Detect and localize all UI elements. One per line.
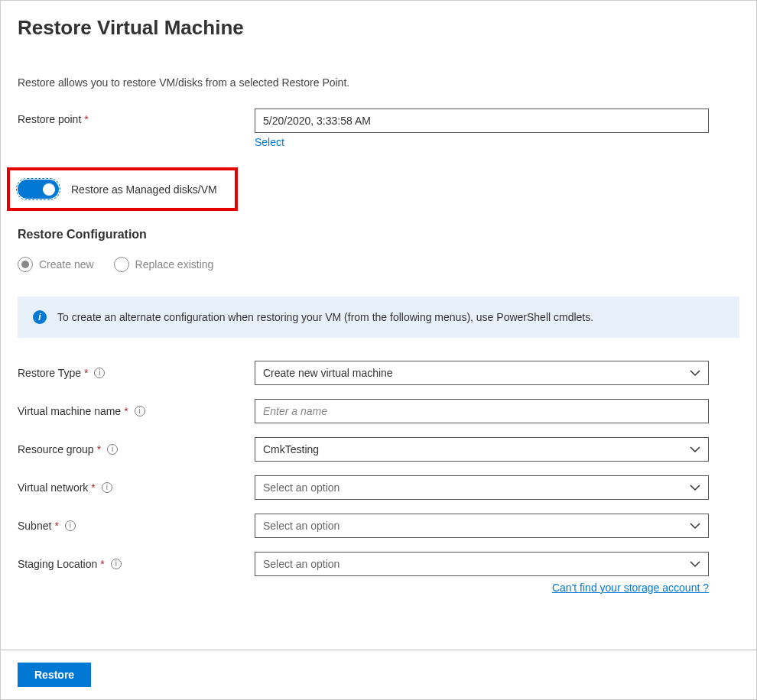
vm-name-input[interactable] bbox=[255, 399, 709, 423]
radio-replace-existing-label: Replace existing bbox=[135, 258, 214, 271]
chevron-down-icon bbox=[690, 482, 700, 493]
vm-name-label: Virtual machine name* i bbox=[18, 405, 255, 417]
page-description: Restore allows you to restore VM/disks f… bbox=[18, 76, 739, 89]
virtual-network-label: Virtual network* i bbox=[18, 481, 255, 494]
radio-create-new[interactable]: Create new bbox=[18, 257, 94, 272]
staging-location-select[interactable]: Select an option bbox=[255, 552, 709, 576]
info-icon[interactable]: i bbox=[94, 368, 105, 378]
radio-create-new-label: Create new bbox=[39, 258, 94, 271]
select-restore-point-link[interactable]: Select bbox=[255, 136, 284, 148]
footer: Restore bbox=[1, 650, 756, 699]
restore-point-input[interactable] bbox=[255, 109, 709, 133]
chevron-down-icon bbox=[690, 368, 700, 378]
info-banner-text: To create an alternate configuration whe… bbox=[57, 311, 593, 323]
storage-account-link[interactable]: Can't find your storage account ? bbox=[552, 582, 709, 594]
restore-point-label: Restore point* bbox=[18, 109, 255, 125]
chevron-down-icon bbox=[690, 559, 700, 569]
info-icon[interactable]: i bbox=[111, 559, 122, 569]
info-icon[interactable]: i bbox=[107, 444, 118, 455]
restore-type-select[interactable]: Create new virtual machine bbox=[255, 361, 709, 385]
restore-as-managed-label: Restore as Managed disks/VM bbox=[71, 183, 217, 196]
info-banner: i To create an alternate configuration w… bbox=[18, 297, 739, 338]
restore-button[interactable]: Restore bbox=[18, 663, 91, 687]
virtual-network-select[interactable]: Select an option bbox=[255, 475, 709, 500]
resource-group-label: Resource group* i bbox=[18, 443, 255, 455]
page-title: Restore Virtual Machine bbox=[18, 16, 739, 40]
info-icon: i bbox=[33, 310, 47, 324]
staging-location-label: Staging Location* i bbox=[18, 558, 255, 570]
info-icon[interactable]: i bbox=[65, 520, 76, 531]
resource-group-select[interactable]: CmkTesting bbox=[255, 437, 709, 462]
subnet-label: Subnet* i bbox=[18, 520, 255, 532]
chevron-down-icon bbox=[690, 444, 700, 455]
radio-replace-existing[interactable]: Replace existing bbox=[114, 257, 214, 272]
info-icon[interactable]: i bbox=[135, 406, 145, 416]
chevron-down-icon bbox=[690, 520, 700, 531]
restore-type-label: Restore Type* i bbox=[18, 367, 255, 379]
subnet-select[interactable]: Select an option bbox=[255, 514, 709, 538]
managed-disks-highlight: Restore as Managed disks/VM bbox=[7, 167, 238, 211]
info-icon[interactable]: i bbox=[102, 482, 112, 493]
restore-configuration-title: Restore Configuration bbox=[18, 228, 739, 241]
restore-as-managed-toggle[interactable] bbox=[18, 180, 59, 199]
